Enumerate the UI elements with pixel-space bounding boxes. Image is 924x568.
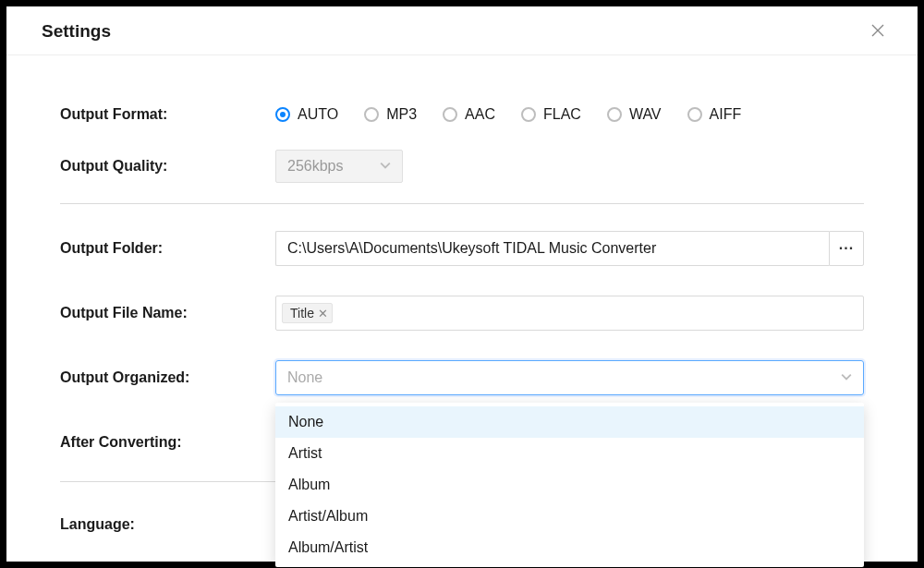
organized-option[interactable]: None xyxy=(275,406,864,438)
radio-icon xyxy=(607,107,622,122)
radio-label: WAV xyxy=(629,106,662,123)
format-radio-wav[interactable]: WAV xyxy=(607,106,662,123)
format-radio-mp3[interactable]: MP3 xyxy=(364,106,417,123)
organized-option[interactable]: Artist/Album xyxy=(275,501,864,532)
chevron-down-icon xyxy=(380,158,391,175)
format-controls: AUTOMP3AACFLACWAVAIFF xyxy=(275,106,864,123)
output-organized-dropdown: NoneArtistAlbumArtist/AlbumAlbum/Artist xyxy=(275,403,864,567)
row-output-folder: Output Folder: C:\Users\A\Documents\Ukey… xyxy=(60,224,864,272)
divider xyxy=(60,203,864,204)
label-output-file-name: Output File Name: xyxy=(60,305,275,321)
ellipsis-icon: ··· xyxy=(839,240,854,257)
label-output-organized: Output Organized: xyxy=(60,369,275,386)
organized-controls: None NoneArtistAlbumArtist/AlbumAlbum/Ar… xyxy=(275,360,864,395)
output-folder-input[interactable]: C:\Users\A\Documents\Ukeysoft TIDAL Musi… xyxy=(275,231,829,266)
close-button[interactable] xyxy=(868,19,888,43)
filename-controls: Title✕ xyxy=(275,296,864,331)
output-organized-select[interactable]: None xyxy=(275,360,864,395)
radio-label: AAC xyxy=(465,106,495,123)
chevron-down-icon xyxy=(841,369,852,386)
radio-icon xyxy=(443,107,457,122)
filename-tag[interactable]: Title✕ xyxy=(282,303,333,323)
folder-wrap: C:\Users\A\Documents\Ukeysoft TIDAL Musi… xyxy=(275,231,864,266)
output-quality-value: 256kbps xyxy=(287,158,344,175)
row-output-quality: Output Quality: 256kbps xyxy=(60,144,864,188)
row-output-file-name: Output File Name: Title✕ xyxy=(60,289,864,337)
radio-label: FLAC xyxy=(543,106,581,123)
quality-controls: 256kbps xyxy=(275,150,864,183)
output-organized-placeholder: None xyxy=(287,369,322,386)
radio-icon xyxy=(521,107,536,122)
organized-option[interactable]: Album/Artist xyxy=(275,532,864,563)
radio-label: MP3 xyxy=(386,106,417,123)
output-quality-select: 256kbps xyxy=(275,150,403,183)
tag-remove-icon[interactable]: ✕ xyxy=(318,307,328,320)
organized-option[interactable]: Artist xyxy=(275,438,864,469)
radio-icon xyxy=(687,107,702,122)
label-output-quality: Output Quality: xyxy=(60,158,275,175)
organized-option[interactable]: Album xyxy=(275,469,864,501)
folder-controls: C:\Users\A\Documents\Ukeysoft TIDAL Musi… xyxy=(275,231,864,266)
settings-dialog: Settings Output Format: AUTOMP3AACFLACWA… xyxy=(6,6,918,562)
output-format-radio-group: AUTOMP3AACFLACWAVAIFF xyxy=(275,106,741,123)
tag-label: Title xyxy=(290,306,314,320)
close-icon xyxy=(871,24,884,37)
format-radio-flac[interactable]: FLAC xyxy=(521,106,581,123)
radio-icon xyxy=(364,107,379,122)
label-language: Language: xyxy=(60,516,275,533)
radio-label: AUTO xyxy=(298,106,338,123)
browse-folder-button[interactable]: ··· xyxy=(829,231,864,266)
radio-icon xyxy=(275,107,290,122)
output-folder-path: C:\Users\A\Documents\Ukeysoft TIDAL Musi… xyxy=(287,240,656,257)
dialog-header: Settings xyxy=(6,6,918,55)
row-output-format: Output Format: AUTOMP3AACFLACWAVAIFF xyxy=(60,92,864,137)
settings-content: Output Format: AUTOMP3AACFLACWAVAIFF Out… xyxy=(6,55,918,547)
filename-tags: Title✕ xyxy=(282,303,333,323)
format-radio-aac[interactable]: AAC xyxy=(443,106,495,123)
dialog-title: Settings xyxy=(42,21,111,42)
label-after-converting: After Converting: xyxy=(60,434,275,451)
format-radio-aiff[interactable]: AIFF xyxy=(687,106,742,123)
format-radio-auto[interactable]: AUTO xyxy=(275,106,338,123)
radio-label: AIFF xyxy=(710,106,742,123)
output-file-name-input[interactable]: Title✕ xyxy=(275,296,864,331)
row-output-organized: Output Organized: None NoneArtistAlbumAr… xyxy=(60,354,864,402)
label-output-format: Output Format: xyxy=(60,106,275,123)
label-output-folder: Output Folder: xyxy=(60,240,275,257)
